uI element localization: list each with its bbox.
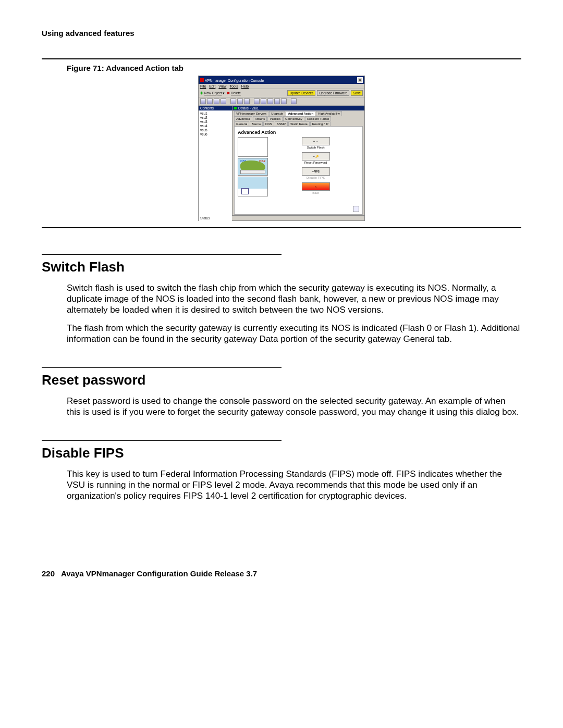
body-text: This key is used to turn Federal Informa… (67, 468, 521, 501)
heading-switch-flash: Switch Flash (42, 259, 521, 275)
sidebar-item[interactable]: vsu4 (200, 124, 230, 128)
toolbar-icon[interactable] (214, 98, 219, 104)
sidebar: Contents vsu1 vsu2 vsu3 vsu4 vsu5 vsu6 (199, 106, 232, 215)
toolbar-icon[interactable] (244, 98, 250, 104)
switch-flash-label: Switch Flash (307, 146, 324, 149)
menu-edit[interactable]: Edit (209, 84, 215, 88)
tab-general[interactable]: General (234, 121, 249, 126)
section-rule (42, 254, 282, 255)
sidebar-header: Contents (199, 106, 232, 110)
upgrade-firmware-button[interactable]: Upgrade Firmware (317, 90, 349, 96)
tab-policies[interactable]: Policies (267, 116, 283, 121)
tab-actions[interactable]: Actions (253, 116, 267, 121)
toolbar-icon[interactable] (230, 98, 236, 104)
menu-file[interactable]: File (200, 84, 206, 88)
reset-password-button[interactable]: ═ 🔑 (302, 152, 330, 161)
section-disable-fips: Disable FIPS This key is used to turn Fe… (42, 440, 521, 501)
status-dot-icon (234, 107, 237, 109)
heading-disable-fips: Disable FIPS (42, 445, 521, 461)
page-number: 220 (42, 569, 55, 578)
tab-resilient-tunnel[interactable]: Resilient Tunnel (305, 116, 332, 121)
menubar: File Edit View Tools Help (199, 84, 364, 89)
section-switch-flash: Switch Flash Switch flash is used to swi… (42, 254, 521, 344)
toolbar-icon[interactable] (221, 98, 226, 104)
running-header: Using advanced features (42, 29, 521, 38)
toolbar-icon[interactable] (261, 98, 266, 104)
tab-high-availability[interactable]: High Availability (316, 111, 342, 116)
toolbar-icon[interactable] (274, 98, 280, 104)
tab-static-route[interactable]: Static Route (288, 121, 310, 126)
device-slot-bottom (238, 177, 268, 196)
boot-button[interactable]: ⦸ (302, 182, 330, 191)
sidebar-item[interactable]: vsu3 (200, 120, 230, 124)
toolbar-icon[interactable] (281, 98, 287, 104)
device-slot-top (238, 137, 268, 157)
sidebar-item[interactable]: vsu1 (200, 112, 230, 116)
figure-block: Figure 71: Advanced Action tab VPNmanage… (42, 58, 521, 228)
body-text: The flash from which the security gatewa… (67, 323, 521, 344)
tab-upgrade[interactable]: Upgrade (269, 111, 285, 116)
tab-dns[interactable]: DNS (263, 121, 274, 126)
menu-view[interactable]: View (218, 84, 226, 88)
disable-fips-button[interactable]: ═ FIPS (302, 167, 330, 176)
heading-reset-password: Reset password (42, 372, 521, 388)
app-icon (200, 78, 204, 82)
menu-tools[interactable]: Tools (229, 84, 238, 88)
section-reset-password: Reset password Reset password is used to… (42, 367, 521, 417)
section-rule (42, 367, 282, 368)
menu-help[interactable]: Help (241, 84, 249, 88)
body-text: Switch flash is used to switch the flash… (67, 282, 521, 315)
body-text: Reset password is used to change the con… (67, 396, 521, 417)
new-object-button[interactable]: ✚ New Object ▾ (200, 91, 225, 95)
window-title: VPNmanager Configuration Console (205, 79, 264, 82)
sidebar-item[interactable]: vsu2 (200, 116, 230, 120)
sidebar-item[interactable]: vsu6 (200, 132, 230, 137)
main-panel: Details - vsu1 VPNmanager Servers Upgrad… (232, 106, 364, 215)
advanced-action-panel: Advanced Action OS1 OS2 (234, 126, 363, 215)
disable-fips-label: Disable FIPS (307, 176, 325, 179)
toolbar-icon[interactable] (254, 98, 260, 104)
tab-memo[interactable]: Memo (250, 121, 263, 126)
tab-advanced[interactable]: Advanced (234, 116, 252, 121)
switch-flash-button[interactable]: ═ → (302, 137, 330, 145)
tabs-row: General Memo DNS SNMP Static Route Routi… (232, 121, 364, 126)
panel-corner-icon[interactable] (353, 206, 359, 212)
sidebar-list: vsu1 vsu2 vsu3 vsu4 vsu5 vsu6 (199, 110, 232, 222)
delete-button[interactable]: ✖ Delete (227, 91, 241, 95)
app-window: VPNmanager Configuration Console × File … (198, 76, 365, 221)
tab-routing-ip[interactable]: Routing / IP (310, 121, 331, 126)
details-header: Details - vsu1 (232, 106, 364, 110)
update-devices-button[interactable]: Update Devices (287, 90, 315, 96)
sidebar-item[interactable]: vsu5 (200, 128, 230, 132)
tab-connectivity[interactable]: Connectivity (283, 116, 304, 121)
figure-caption: Figure 71: Advanced Action tab (67, 64, 521, 72)
toolbar-icon[interactable] (267, 98, 273, 104)
tab-vpnmanager-servers[interactable]: VPNmanager Servers (234, 111, 268, 116)
toolbar-primary: ✚ New Object ▾ ✖ Delete Update Devices U… (199, 89, 364, 97)
computer-icon (241, 188, 249, 194)
tab-advanced-action[interactable]: Advanced Action (286, 111, 315, 116)
panel-title: Advanced Action (238, 130, 359, 135)
device-graphic-column: OS1 OS2 (238, 137, 269, 198)
toolbar-icon[interactable] (207, 98, 213, 104)
toolbar-icon[interactable] (200, 98, 206, 104)
tabs-row: Advanced Actions Policies Connectivity R… (232, 116, 364, 121)
boot-label: Boot (312, 191, 319, 194)
page-footer: 220 Avaya VPNmanager Configuration Guide… (42, 569, 521, 578)
reset-password-label: Reset Password (304, 161, 327, 164)
device-slot-mid: OS1 OS2 (238, 158, 268, 176)
section-rule (42, 440, 282, 441)
device-bar-icon (240, 170, 265, 174)
tabs-row: VPNmanager Servers Upgrade Advanced Acti… (232, 110, 364, 116)
toolbar-icon[interactable] (237, 98, 243, 104)
tab-snmp[interactable]: SNMP (275, 121, 288, 126)
save-button[interactable]: Save (351, 90, 363, 96)
window-titlebar: VPNmanager Configuration Console × (199, 76, 364, 84)
toolbar-icons (199, 97, 364, 106)
footer-title: Avaya VPNmanager Configuration Guide Rel… (61, 569, 257, 578)
toolbar-icon[interactable] (291, 98, 297, 104)
close-icon[interactable]: × (357, 77, 363, 83)
